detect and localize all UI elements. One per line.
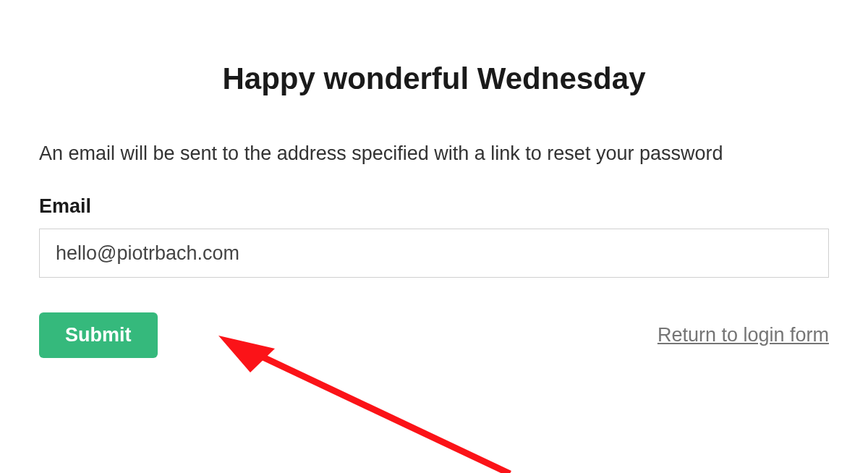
page-title: Happy wonderful Wednesday (39, 61, 829, 96)
email-label: Email (39, 195, 829, 218)
instruction-text: An email will be sent to the address spe… (39, 140, 829, 168)
return-to-login-link[interactable]: Return to login form (658, 324, 829, 346)
form-actions: Submit Return to login form (39, 312, 829, 358)
svg-line-1 (239, 346, 510, 473)
password-reset-form: Happy wonderful Wednesday An email will … (0, 0, 868, 358)
submit-button[interactable]: Submit (39, 312, 158, 358)
email-field[interactable] (39, 229, 829, 278)
